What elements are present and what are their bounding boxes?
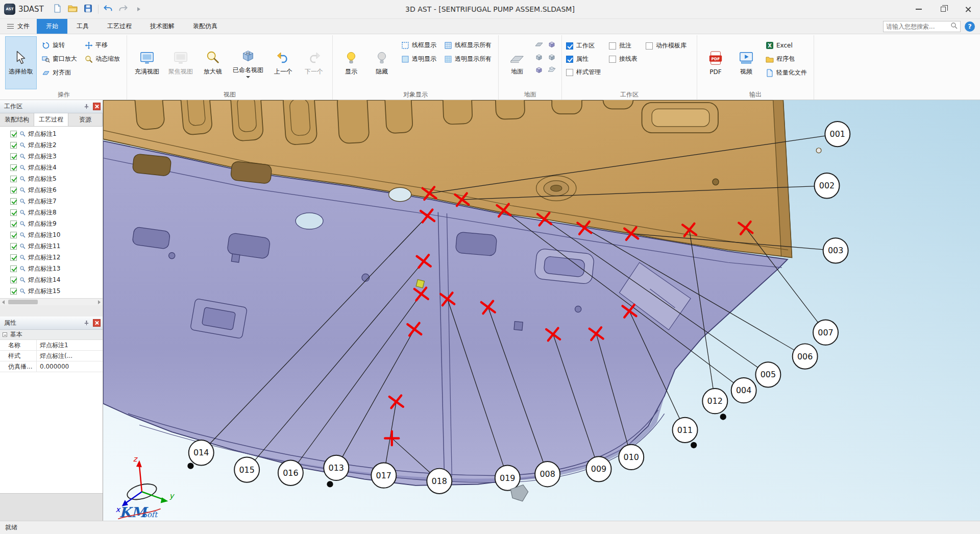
window-zoom-button[interactable]: 窗口放大 [39, 53, 80, 65]
tree-item[interactable]: 焊点标注13 [2, 263, 103, 274]
tree-item-checkbox[interactable] [10, 187, 17, 193]
tree-item-checkbox[interactable] [10, 221, 17, 227]
search-icon[interactable] [950, 22, 958, 31]
minimize-button[interactable] [906, 0, 931, 18]
checkbox-icon[interactable] [566, 42, 573, 50]
pin-button[interactable] [82, 319, 90, 327]
tree-item-checkbox[interactable] [10, 198, 17, 205]
wiring-table-toggle[interactable]: 接线表 [609, 53, 638, 65]
tree-item-checkbox[interactable] [10, 265, 17, 272]
workspace-tab[interactable]: 装配结构 [0, 113, 34, 126]
workspace-close-button[interactable] [93, 103, 101, 110]
workspace-tab[interactable]: 资源 [68, 113, 103, 126]
checkbox-icon[interactable] [609, 56, 616, 63]
workspace-tab[interactable]: 工艺过程 [34, 113, 68, 126]
export-excel-button[interactable]: XExcel [763, 39, 810, 52]
menu-tab[interactable]: 技术图解 [141, 19, 184, 34]
ground-cube-button-4[interactable] [546, 52, 557, 63]
tree-item-checkbox[interactable] [10, 164, 17, 171]
tree-item[interactable]: 焊点标注3 [2, 151, 103, 162]
tree-item[interactable]: 焊点标注5 [2, 173, 103, 184]
property-row[interactable]: 名称焊点标注1 [0, 340, 103, 351]
fit-view-button[interactable]: 充满视图 [131, 36, 163, 89]
transparent-button[interactable]: 透明显示 [398, 53, 439, 65]
export-pdf-button[interactable]: PDF PDF [701, 36, 730, 89]
workspace-toggle[interactable]: 工作区 [566, 40, 601, 52]
search-input[interactable] [886, 23, 950, 30]
style-management-toggle[interactable]: 样式管理 [566, 66, 601, 78]
previous-view-button[interactable]: 上一个 [269, 36, 298, 89]
new-file-button[interactable] [50, 2, 65, 16]
tree-item[interactable]: 焊点标注9 [2, 218, 103, 229]
3d-viewport-canvas[interactable]: 0010020030040050060070080090100110120130… [103, 100, 980, 521]
tree-item-checkbox[interactable] [10, 153, 17, 160]
close-button[interactable] [955, 0, 980, 18]
align-face-button[interactable]: 对齐面 [39, 66, 80, 79]
tree-item-checkbox[interactable] [10, 131, 17, 137]
tree-item-checkbox[interactable] [10, 243, 17, 250]
redo-button[interactable] [116, 2, 131, 16]
tree-item-checkbox[interactable] [10, 142, 17, 149]
undo-button[interactable] [101, 2, 116, 16]
help-button[interactable]: ? [965, 21, 975, 32]
checkbox-icon[interactable] [609, 42, 616, 50]
more-commands-button[interactable] [131, 2, 146, 16]
tree-item[interactable]: 焊点标注14 [2, 274, 103, 285]
export-package-button[interactable]: 程序包 [763, 53, 810, 65]
horizontal-scrollbar[interactable] [0, 298, 103, 305]
save-button[interactable] [81, 2, 96, 16]
transparent-all-button[interactable]: 透明显示所有 [441, 53, 494, 65]
export-video-button[interactable]: 视频 [732, 36, 761, 89]
ground-plane-button[interactable] [533, 39, 545, 51]
tree-item-checkbox[interactable] [10, 209, 17, 216]
tree-item[interactable]: 焊点标注6 [2, 184, 103, 196]
tree-item[interactable]: 焊点标注4 [2, 162, 103, 173]
checkbox-icon[interactable] [646, 42, 653, 50]
wireframe-button[interactable]: 线框显示 [398, 39, 439, 52]
checkbox-icon[interactable] [566, 56, 573, 63]
ground-cube-button-5[interactable] [546, 65, 557, 76]
tree-item[interactable]: 焊点标注10 [2, 229, 103, 240]
checkbox-icon[interactable] [566, 69, 573, 76]
tree-item[interactable]: 焊点标注12 [2, 252, 103, 263]
magnifier-button[interactable]: 放大镜 [199, 36, 227, 89]
restore-button[interactable] [931, 0, 955, 18]
dynamic-zoom-button[interactable]: 动态缩放 [82, 53, 122, 65]
tree-item[interactable]: 焊点标注2 [2, 139, 103, 151]
select-pick-button[interactable]: 选择拾取 [5, 36, 37, 89]
annotation-toggle[interactable]: 批注 [609, 40, 638, 52]
ground-button[interactable]: 地面 [503, 36, 531, 89]
wireframe-all-button[interactable]: 线框显示所有 [441, 39, 494, 52]
tree-item[interactable]: 焊点标注11 [2, 240, 103, 252]
tree-item-checkbox[interactable] [10, 277, 17, 283]
panel-splitter[interactable] [0, 305, 103, 317]
tree-item-checkbox[interactable] [10, 254, 17, 261]
ground-cube-button-3[interactable] [546, 39, 557, 51]
tree-item-checkbox[interactable] [10, 288, 17, 295]
tree-item[interactable]: 焊点标注8 [2, 207, 103, 218]
rotate-button[interactable]: 旋转 [39, 39, 80, 52]
menu-tab[interactable]: 工艺过程 [98, 19, 141, 34]
pan-button[interactable]: 平移 [82, 39, 122, 52]
property-row[interactable]: 样式焊点标注(... [0, 351, 103, 361]
export-light-file-button[interactable]: 轻量化文件 [763, 66, 810, 79]
properties-toggle[interactable]: 属性 [566, 53, 601, 65]
menu-tab[interactable]: 开始 [37, 19, 67, 34]
ground-cube-button-1[interactable] [533, 52, 545, 63]
tree-item-checkbox[interactable] [10, 232, 17, 238]
menu-tab[interactable]: 装配仿真 [184, 19, 227, 34]
focus-view-button[interactable]: 聚焦视图 [165, 36, 197, 89]
properties-group-row[interactable]: 基本 [0, 330, 103, 340]
next-view-button[interactable]: 下一个 [300, 36, 328, 89]
scrollbar-thumb[interactable] [8, 300, 38, 304]
action-template-toggle[interactable]: 动作模板库 [646, 40, 687, 52]
properties-close-button[interactable] [93, 319, 101, 327]
tree-item-checkbox[interactable] [10, 176, 17, 182]
file-menu-button[interactable]: 文件 [0, 19, 37, 34]
show-button[interactable]: 显示 [337, 36, 365, 89]
tree-item[interactable]: 焊点标注15 [2, 285, 103, 297]
ground-cube-button-2[interactable] [533, 65, 545, 76]
tree-item[interactable]: 焊点标注1 [2, 128, 103, 139]
open-file-button[interactable] [65, 2, 81, 16]
collapse-icon[interactable] [3, 332, 7, 337]
